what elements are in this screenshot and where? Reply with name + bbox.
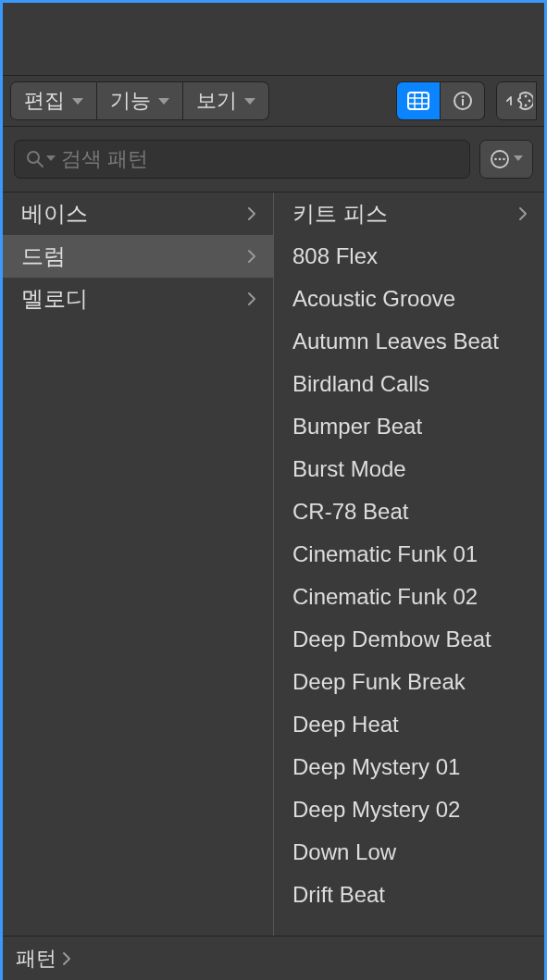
pattern-label: Deep Dembow Beat xyxy=(292,626,491,652)
pattern-item[interactable]: Burst Mode xyxy=(274,448,544,490)
view-menu[interactable]: 보기 xyxy=(183,81,269,120)
category-label: 드럼 xyxy=(21,242,66,271)
pattern-item[interactable]: Down Low xyxy=(274,831,544,874)
pattern-label: Down Low xyxy=(292,839,396,865)
filter-options-button[interactable] xyxy=(479,140,533,179)
pattern-label: Deep Heat xyxy=(292,712,399,738)
pattern-label: 808 Flex xyxy=(292,243,378,269)
pattern-label: Cinematic Funk 02 xyxy=(292,584,478,610)
svg-marker-13 xyxy=(46,155,56,161)
category-label: 베이스 xyxy=(21,199,88,229)
pattern-item[interactable]: Autumn Leaves Beat xyxy=(274,320,544,363)
chevron-down-icon xyxy=(46,155,56,163)
grid-view-button[interactable] xyxy=(396,81,441,120)
category-column: 베이스드럼멜로디 xyxy=(3,192,274,936)
pattern-label: 키트 피스 xyxy=(292,199,388,229)
pattern-item[interactable]: CR-78 Beat xyxy=(274,490,544,533)
grid-icon xyxy=(407,92,429,110)
toolbar: 편집 기능 보기 xyxy=(3,75,544,127)
search-input[interactable] xyxy=(61,147,458,171)
window-header-space xyxy=(3,3,544,75)
svg-rect-7 xyxy=(462,99,464,105)
pattern-item[interactable]: Bumper Beat xyxy=(274,405,544,448)
pattern-label: Burst Mode xyxy=(292,456,406,482)
pattern-label: Autumn Leaves Beat xyxy=(292,329,499,354)
svg-rect-0 xyxy=(408,93,429,109)
menu-label: 보기 xyxy=(196,87,237,115)
pattern-item[interactable]: Deep Mystery 01 xyxy=(274,746,544,788)
svg-marker-18 xyxy=(514,155,523,161)
pattern-label: Deep Funk Break xyxy=(292,669,466,695)
info-button[interactable] xyxy=(441,81,485,120)
pattern-label: Acoustic Groove xyxy=(292,286,455,312)
search-field-wrap[interactable] xyxy=(14,140,470,179)
category-item[interactable]: 드럼 xyxy=(3,235,273,278)
pattern-item[interactable]: Deep Funk Break xyxy=(274,661,544,703)
chevron-right-icon xyxy=(247,249,256,264)
function-menu[interactable]: 기능 xyxy=(97,81,183,120)
svg-point-9 xyxy=(528,100,531,103)
search-row xyxy=(3,127,544,192)
category-label: 멜로디 xyxy=(21,284,88,314)
search-icon xyxy=(26,150,44,168)
pattern-label: Bumper Beat xyxy=(292,414,422,440)
pattern-item[interactable]: Drift Beat xyxy=(274,874,544,916)
svg-point-11 xyxy=(28,152,39,163)
svg-point-6 xyxy=(461,95,464,98)
svg-point-8 xyxy=(525,95,528,98)
chevron-down-icon xyxy=(158,98,169,105)
chevron-right-icon xyxy=(62,951,71,966)
chevron-down-icon xyxy=(244,98,255,105)
svg-point-10 xyxy=(525,105,528,107)
chevron-right-icon xyxy=(247,292,256,306)
pattern-item[interactable]: Deep Heat xyxy=(274,703,544,746)
palette-icon xyxy=(505,91,533,111)
edit-menu[interactable]: 편집 xyxy=(10,81,97,120)
pattern-item[interactable]: Deep Mystery 02 xyxy=(274,788,544,831)
pattern-item[interactable]: Acoustic Groove xyxy=(274,278,544,320)
pattern-item[interactable]: Cinematic Funk 01 xyxy=(274,533,544,576)
menu-label: 기능 xyxy=(110,87,151,115)
pattern-label: Drift Beat xyxy=(292,882,385,908)
category-item[interactable]: 멜로디 xyxy=(3,278,273,320)
pattern-item[interactable]: 808 Flex xyxy=(274,235,544,278)
chevron-down-icon xyxy=(514,155,523,163)
pattern-column: 키트 피스808 FlexAcoustic GrooveAutumn Leave… xyxy=(274,192,544,936)
browser-columns: 베이스드럼멜로디 키트 피스808 FlexAcoustic GrooveAut… xyxy=(3,192,544,936)
pattern-label: CR-78 Beat xyxy=(292,499,408,525)
menu-label: 편집 xyxy=(24,87,65,115)
pattern-label: Deep Mystery 02 xyxy=(292,797,460,823)
palette-button[interactable] xyxy=(496,81,537,120)
svg-line-12 xyxy=(38,162,43,167)
svg-point-16 xyxy=(499,158,502,161)
pattern-label: Birdland Calls xyxy=(292,371,429,397)
category-item[interactable]: 베이스 xyxy=(3,192,273,235)
pattern-label: Cinematic Funk 01 xyxy=(292,541,478,567)
info-icon xyxy=(453,91,473,111)
chevron-down-icon xyxy=(72,98,83,105)
breadcrumb-label[interactable]: 패턴 xyxy=(16,945,56,973)
chevron-right-icon xyxy=(518,206,528,221)
pattern-item[interactable]: 키트 피스 xyxy=(274,192,544,235)
pattern-item[interactable]: Deep Dembow Beat xyxy=(274,618,544,661)
pattern-item[interactable]: Cinematic Funk 02 xyxy=(274,576,544,618)
pattern-label: Deep Mystery 01 xyxy=(292,754,460,780)
ellipsis-circle-icon xyxy=(490,149,510,169)
breadcrumb-footer: 패턴 xyxy=(3,936,544,980)
svg-point-17 xyxy=(503,158,505,161)
svg-point-15 xyxy=(494,158,497,161)
chevron-right-icon xyxy=(247,206,256,221)
pattern-item[interactable]: Birdland Calls xyxy=(274,363,544,405)
